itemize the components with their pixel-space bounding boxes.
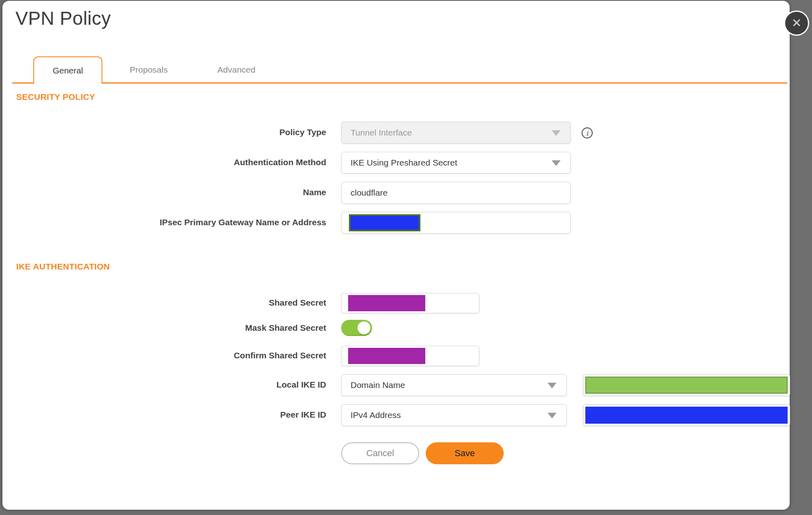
name-input-wrap [341,182,571,204]
peer-ike-id-redaction-box [585,407,788,424]
confirm-shared-secret-label: Confirm Shared Secret [9,351,326,360]
local-ike-id-input[interactable] [583,374,790,396]
peer-ike-id-value: IPv4 Address [351,410,401,420]
mask-shared-secret-label: Mask Shared Secret [9,323,326,333]
shared-secret-redaction-box [348,295,425,311]
peer-ike-id-label: Peer IKE ID [9,410,326,420]
tab-proposals[interactable]: Proposals [122,56,175,83]
mask-shared-secret-toggle[interactable] [341,320,372,336]
authentication-method-select[interactable]: IKE Using Preshared Secret [341,152,571,174]
local-ike-id-redaction-box [585,377,788,394]
section-ike-authentication: IKE AUTHENTICATION [16,262,110,272]
shared-secret-label: Shared Secret [9,298,326,308]
chevron-down-icon [552,160,561,166]
authentication-method-value: IKE Using Preshared Secret [351,158,457,168]
tab-advanced[interactable]: Advanced [208,56,265,83]
local-ike-id-label: Local IKE ID [9,380,326,390]
policy-type-select: Tunnel Interface [341,122,571,144]
gateway-label: IPsec Primary Gateway Name or Address [9,218,326,227]
tab-general-label: General [53,66,83,75]
chevron-down-icon [548,413,556,418]
confirm-shared-secret-input[interactable] [341,346,479,366]
toggle-knob [357,321,370,334]
close-icon: ✕ [791,17,801,29]
authentication-method-label: Authentication Method [9,157,326,167]
save-button[interactable]: Save [426,442,504,464]
info-icon[interactable]: i [582,127,593,138]
policy-type-value: Tunnel Interface [351,128,412,138]
screen-backdrop: VPN Policy ✕ General Proposals Advanced … [0,0,812,515]
local-ike-id-select[interactable]: Domain Name [341,374,567,396]
chevron-down-icon [548,383,556,388]
name-input[interactable] [351,188,561,198]
confirm-shared-secret-redaction-box [348,348,425,364]
peer-ike-id-select[interactable]: IPv4 Address [341,404,567,426]
shared-secret-input[interactable] [341,293,479,313]
chevron-down-icon [552,130,561,136]
tab-general[interactable]: General [33,56,102,84]
close-button[interactable]: ✕ [784,11,809,36]
page-title: VPN Policy [15,7,111,29]
peer-ike-id-input[interactable] [583,404,790,426]
gateway-input[interactable] [341,212,571,234]
local-ike-id-value: Domain Name [351,380,405,390]
gateway-redaction-box [349,214,420,231]
policy-type-label: Policy Type [9,127,326,137]
section-security-policy: SECURITY POLICY [16,92,95,102]
tab-proposals-label: Proposals [130,65,167,75]
cancel-button[interactable]: Cancel [341,442,419,464]
name-label: Name [9,187,326,197]
tab-advanced-label: Advanced [217,65,255,75]
